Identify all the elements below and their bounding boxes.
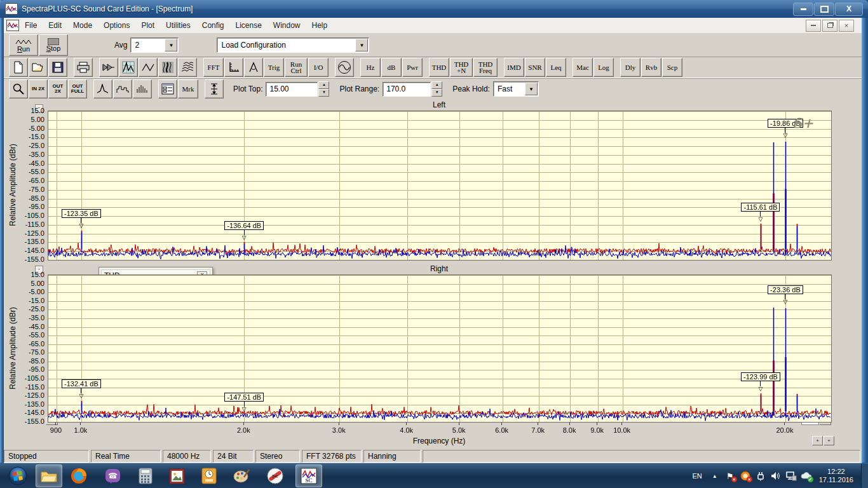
chevron-down-icon[interactable]: ▼ [525, 83, 538, 95]
scaling-button[interactable] [224, 58, 243, 77]
surface-display-button[interactable] [178, 58, 197, 77]
step-plot-button[interactable] [113, 79, 132, 98]
trigger-button[interactable]: Trig [264, 58, 284, 77]
zoom-out-2x-button[interactable]: OUT 2X [48, 79, 67, 98]
db-button[interactable]: dB [381, 58, 402, 77]
menu-file[interactable]: File [19, 19, 43, 32]
mdi-restore-button[interactable] [822, 20, 837, 32]
print-button[interactable] [74, 58, 93, 77]
minimize-button[interactable] [793, 3, 813, 16]
hz-button[interactable]: Hz [360, 58, 381, 77]
stop-button[interactable]: Stop [39, 34, 68, 56]
cloud-sync-icon[interactable]: ✓ [800, 470, 813, 482]
pwr-button[interactable]: Pwr [402, 58, 423, 77]
peak-hold-select[interactable]: Fast ▼ [493, 81, 539, 97]
macro-button[interactable]: Mac [573, 58, 593, 77]
run-control-button[interactable]: Run Ctrl [285, 58, 308, 77]
app-icon[interactable] [5, 3, 18, 15]
plot-range-spinner[interactable]: ▲▼ [431, 81, 442, 97]
start-button[interactable] [4, 465, 32, 487]
show-desktop-button[interactable] [861, 464, 868, 488]
volume-icon[interactable] [770, 470, 782, 482]
plot-range-input[interactable]: 170.0 [383, 82, 431, 97]
taskbar-explorer-button[interactable] [36, 464, 62, 487]
menu-utilities[interactable]: Utilities [160, 19, 196, 32]
leq-button[interactable]: Leq [546, 58, 566, 77]
calibration-button[interactable] [244, 58, 263, 77]
waveform-display-button[interactable] [139, 58, 158, 77]
imd-button[interactable]: IMD [504, 58, 524, 77]
menu-license[interactable]: License [229, 19, 267, 32]
open-file-button[interactable] [29, 58, 48, 77]
language-indicator[interactable]: EN [692, 472, 702, 480]
maximize-button[interactable] [814, 3, 834, 16]
close-button[interactable]: X [835, 3, 863, 16]
expand-left-axis-button[interactable]: + [812, 436, 823, 445]
chevron-down-icon[interactable]: ▼ [355, 39, 368, 51]
taskbar-paint-button[interactable] [229, 465, 255, 487]
thd-button[interactable]: THD [429, 58, 449, 77]
menu-mode[interactable]: Mode [67, 19, 98, 32]
delay-button[interactable]: Dly [620, 58, 641, 77]
save-button[interactable] [48, 58, 67, 77]
x-tick [459, 423, 459, 425]
thd-n-button[interactable]: THD +N [450, 58, 473, 77]
taskbar-image-viewer-button[interactable] [165, 465, 189, 487]
scope-button[interactable]: Scp [662, 58, 682, 77]
snr-button[interactable]: SNR [525, 58, 545, 77]
line-plot-button[interactable] [93, 79, 112, 98]
mdi-child-icon[interactable] [6, 20, 19, 31]
run-button[interactable]: Run [9, 34, 38, 56]
update-icon[interactable]: × [739, 470, 752, 482]
spectrum-plot-right[interactable]: -132.41 dB▽-147.51 dB▽-123.99 dB▽-23.36 … [48, 274, 832, 423]
io-button[interactable]: I/O [308, 58, 329, 77]
bar-plot-button[interactable] [133, 79, 152, 98]
signal-generator-button[interactable] [335, 58, 354, 77]
y-tick-label: 5.00 [15, 116, 44, 123]
plot-top-spinner[interactable]: ▲▼ [318, 81, 329, 97]
spectrogram-display-button[interactable] [158, 58, 177, 77]
tray-expand-icon[interactable]: ▲ [709, 470, 721, 482]
mdi-minimize-button[interactable] [806, 20, 821, 32]
menu-options[interactable]: Options [98, 19, 135, 32]
taskbar-firefox-button[interactable] [66, 465, 92, 487]
load-configuration-select[interactable]: Load Configuration ▼ [217, 37, 369, 53]
bar-plot-icon [136, 84, 149, 94]
avg-select[interactable]: 2 ▼ [130, 37, 179, 53]
reverb-button[interactable]: Rvb [641, 58, 661, 77]
spectrum-canvas-left[interactable] [48, 111, 831, 260]
spectrum-canvas-right[interactable] [48, 275, 831, 422]
plot-options-button[interactable] [158, 79, 177, 98]
taskbar-snipping-tool-button[interactable]: ✂ [262, 465, 288, 487]
log-button[interactable]: Log [593, 58, 614, 77]
zoom-in-2x-button[interactable]: IN 2X [29, 79, 48, 98]
menu-help[interactable]: Help [306, 19, 334, 32]
taskbar-calculator-button[interactable] [134, 465, 157, 487]
taskbar-spectraplus-button[interactable]: SC [295, 464, 322, 487]
zoom-button[interactable] [9, 79, 28, 98]
chevron-down-icon[interactable]: ▼ [165, 39, 177, 51]
mdi-close-button[interactable]: × [839, 20, 854, 32]
taskbar-scheduler-button[interactable] [197, 465, 221, 487]
plot-top-input[interactable]: 15.00 [266, 82, 318, 97]
clock[interactable]: 12:22 17.11.2016 [819, 468, 853, 484]
marker-button[interactable]: Mrk [178, 79, 198, 98]
y-tick-label: -115.0 [15, 383, 44, 391]
taskbar-viber-button[interactable]: ☎ [100, 465, 125, 487]
power-plug-icon[interactable] [754, 470, 767, 482]
spectrum-plot-left[interactable]: -123.35 dB▽-136.64 dB▽-115.61 dB▽-19.86 … [48, 111, 832, 261]
new-file-button[interactable] [9, 58, 28, 77]
thd-freq-button[interactable]: THD Freq [473, 58, 498, 77]
menu-config[interactable]: Config [196, 19, 230, 32]
expand-right-axis-button[interactable]: + [824, 436, 834, 445]
menu-edit[interactable]: Edit [43, 19, 67, 32]
time-series-button[interactable] [99, 58, 118, 77]
vertical-range-button[interactable] [205, 79, 224, 98]
menu-window[interactable]: Window [268, 19, 306, 32]
spectrum-display-button[interactable] [119, 58, 138, 77]
zoom-out-full-button[interactable]: OUT FULL [68, 79, 87, 98]
network-icon[interactable] [785, 470, 797, 482]
fft-settings-button[interactable]: FFT [203, 58, 224, 77]
menu-plot[interactable]: Plot [135, 19, 160, 32]
action-center-icon[interactable]: ⚑× [724, 470, 736, 482]
